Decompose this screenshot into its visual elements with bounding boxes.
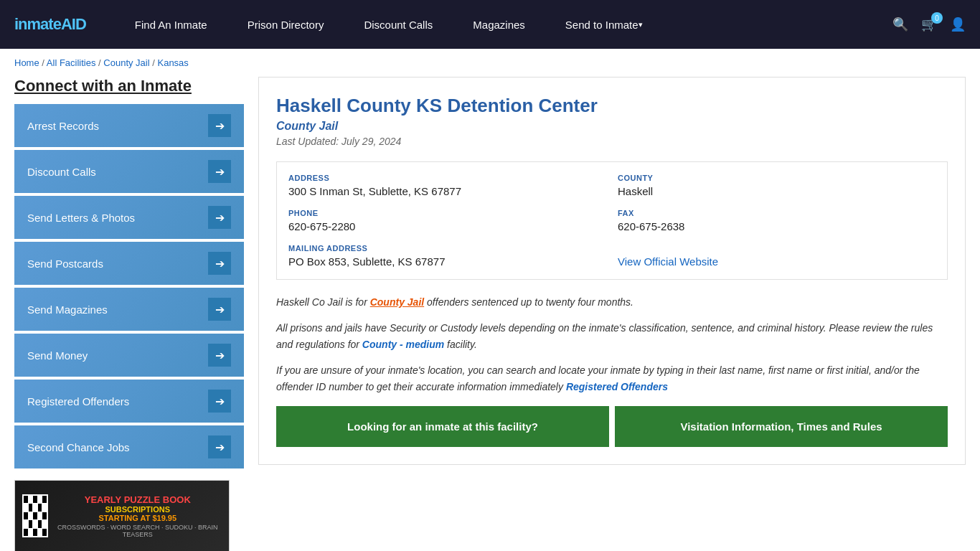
desc-paragraph-3: If you are unsure of your inmate's locat… xyxy=(276,362,948,395)
arrow-icon: ➔ xyxy=(208,114,231,137)
county-value: Haskell xyxy=(618,185,936,197)
phone-block: PHONE 620-675-2280 xyxy=(288,209,606,232)
arrow-icon: ➔ xyxy=(208,435,231,458)
user-icon[interactable]: 👤 xyxy=(950,17,966,32)
breadcrumb-kansas[interactable]: Kansas xyxy=(157,57,188,68)
main-layout: Connect with an Inmate Arrest Records ➔ … xyxy=(0,77,980,551)
desc-paragraph-1: Haskell Co Jail is for County Jail offen… xyxy=(276,294,948,310)
arrow-icon: ➔ xyxy=(208,160,231,183)
phone-value: 620-675-2280 xyxy=(288,220,606,232)
sidebar-send-money[interactable]: Send Money ➔ xyxy=(14,334,244,377)
mailing-value: PO Box 853, Sublette, KS 67877 xyxy=(288,255,606,268)
address-label: ADDRESS xyxy=(288,174,606,182)
breadcrumb-county-jail[interactable]: County Jail xyxy=(103,57,149,68)
address-value: 300 S Inman St, Sublette, KS 67877 xyxy=(288,185,606,197)
fax-block: FAX 620-675-2638 xyxy=(618,209,936,232)
nav-prison-directory[interactable]: Prison Directory xyxy=(227,0,344,49)
facility-card: Haskell County KS Detention Center Count… xyxy=(258,77,966,465)
sidebar-send-letters[interactable]: Send Letters & Photos ➔ xyxy=(14,196,244,239)
find-inmate-btn[interactable]: Looking for an inmate at this facility? xyxy=(276,406,609,447)
arrow-icon: ➔ xyxy=(208,298,231,321)
breadcrumb: Home / All Facilities / County Jail / Ka… xyxy=(0,49,980,77)
breadcrumb-all-facilities[interactable]: All Facilities xyxy=(47,57,96,68)
site-logo[interactable]: inmateAID xyxy=(14,15,86,34)
sidebar: Connect with an Inmate Arrest Records ➔ … xyxy=(14,77,244,551)
fax-value: 620-675-2638 xyxy=(618,220,936,232)
facility-description: Haskell Co Jail is for County Jail offen… xyxy=(276,294,948,395)
arrow-icon: ➔ xyxy=(208,252,231,275)
sidebar-send-postcards[interactable]: Send Postcards ➔ xyxy=(14,242,244,285)
main-nav: Find An Inmate Prison Directory Discount… xyxy=(115,0,892,49)
sidebar-send-magazines[interactable]: Send Magazines ➔ xyxy=(14,288,244,331)
county-block: COUNTY Haskell xyxy=(618,174,936,197)
address-block: ADDRESS 300 S Inman St, Sublette, KS 678… xyxy=(288,174,606,197)
website-block: View Official Website xyxy=(618,244,936,268)
search-icon[interactable]: 🔍 xyxy=(892,17,908,32)
breadcrumb-home[interactable]: Home xyxy=(14,57,39,68)
website-link[interactable]: View Official Website xyxy=(618,255,718,268)
arrow-icon: ➔ xyxy=(208,390,231,413)
sidebar-title: Connect with an Inmate xyxy=(14,77,244,95)
nav-send-to-inmate[interactable]: Send to Inmate xyxy=(545,0,663,49)
facility-name: Haskell County KS Detention Center xyxy=(276,95,948,117)
site-header: inmateAID Find An Inmate Prison Director… xyxy=(0,0,980,49)
arrow-icon: ➔ xyxy=(208,344,231,367)
sidebar-menu: Arrest Records ➔ Discount Calls ➔ Send L… xyxy=(14,104,244,468)
phone-label: PHONE xyxy=(288,209,606,217)
facility-info-grid: ADDRESS 300 S Inman St, Sublette, KS 678… xyxy=(276,161,948,280)
sidebar-second-chance-jobs[interactable]: Second Chance Jobs ➔ xyxy=(14,425,244,468)
bottom-buttons: Looking for an inmate at this facility? … xyxy=(276,406,948,447)
mailing-block: MAILING ADDRESS PO Box 853, Sublette, KS… xyxy=(288,244,606,268)
county-medium-link[interactable]: County - medium xyxy=(362,339,444,350)
mailing-label: MAILING ADDRESS xyxy=(288,244,606,253)
fax-label: FAX xyxy=(618,209,936,217)
county-label: COUNTY xyxy=(618,174,936,182)
facility-type: County Jail xyxy=(276,120,948,133)
sidebar-advertisement[interactable]: YEARLY PUZZLE BOOK SUBSCRIPTIONS STARTIN… xyxy=(14,480,230,551)
county-jail-link[interactable]: County Jail xyxy=(370,296,424,308)
sidebar-discount-calls[interactable]: Discount Calls ➔ xyxy=(14,150,244,193)
sidebar-arrest-records[interactable]: Arrest Records ➔ xyxy=(14,104,244,147)
registered-offenders-link[interactable]: Registered Offenders xyxy=(566,381,668,392)
logo-text: inmateAID xyxy=(14,15,86,34)
arrow-icon: ➔ xyxy=(208,206,231,229)
nav-find-inmate[interactable]: Find An Inmate xyxy=(115,0,227,49)
visitation-btn[interactable]: Visitation Information, Times and Rules xyxy=(615,406,948,447)
cart-badge: 0 xyxy=(931,12,943,24)
sidebar-registered-offenders[interactable]: Registered Offenders ➔ xyxy=(14,380,244,423)
header-icons: 🔍 🛒0 👤 xyxy=(892,17,966,32)
cart-icon[interactable]: 🛒0 xyxy=(921,17,937,32)
desc-paragraph-2: All prisons and jails have Security or C… xyxy=(276,320,948,352)
facility-updated: Last Updated: July 29, 2024 xyxy=(276,136,948,147)
facility-content: Haskell County KS Detention Center Count… xyxy=(258,77,966,551)
nav-magazines[interactable]: Magazines xyxy=(453,0,545,49)
ad-content: YEARLY PUZZLE BOOK SUBSCRIPTIONS STARTIN… xyxy=(22,494,222,538)
nav-discount-calls[interactable]: Discount Calls xyxy=(344,0,453,49)
